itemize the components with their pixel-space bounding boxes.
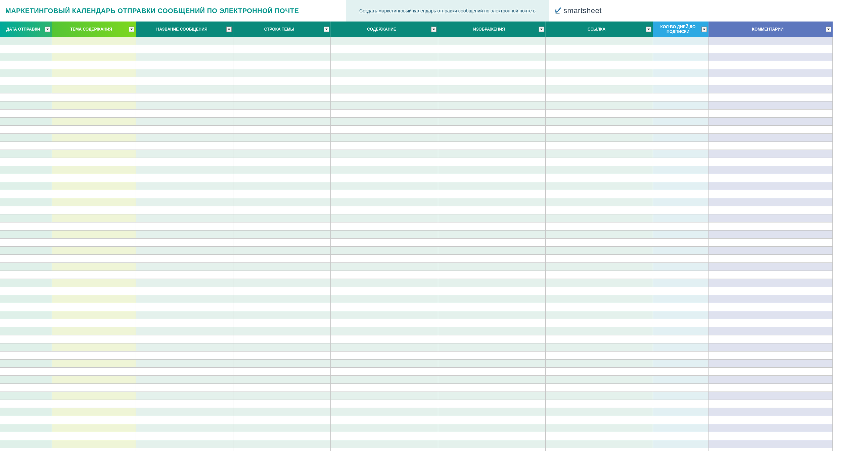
cell[interactable]: [546, 392, 653, 400]
cell[interactable]: [546, 142, 653, 150]
cell[interactable]: [0, 118, 52, 126]
cell[interactable]: [653, 110, 709, 118]
cell[interactable]: [52, 400, 136, 408]
cell[interactable]: [709, 198, 833, 206]
cell[interactable]: [234, 158, 331, 166]
cell[interactable]: [709, 343, 833, 351]
cell[interactable]: [653, 384, 709, 392]
cell[interactable]: [331, 263, 438, 271]
cell[interactable]: [0, 432, 52, 440]
cell[interactable]: [546, 303, 653, 311]
cell[interactable]: [136, 215, 234, 223]
cell[interactable]: [331, 110, 438, 118]
cell[interactable]: [438, 303, 546, 311]
cell[interactable]: [136, 77, 234, 85]
cell[interactable]: [234, 295, 331, 303]
cell[interactable]: [331, 158, 438, 166]
cell[interactable]: [234, 287, 331, 295]
cell[interactable]: [653, 327, 709, 335]
cell[interactable]: [653, 126, 709, 134]
cell[interactable]: [136, 448, 234, 451]
cell[interactable]: [438, 400, 546, 408]
cell[interactable]: [0, 102, 52, 110]
cell[interactable]: [438, 287, 546, 295]
cell[interactable]: [331, 238, 438, 247]
cell[interactable]: [0, 61, 52, 69]
cell[interactable]: [136, 360, 234, 368]
cell[interactable]: [234, 37, 331, 45]
cell[interactable]: [709, 351, 833, 360]
cell[interactable]: [709, 416, 833, 424]
cell[interactable]: [546, 190, 653, 198]
cell[interactable]: [331, 424, 438, 432]
cell[interactable]: [653, 392, 709, 400]
cell[interactable]: [0, 295, 52, 303]
cell[interactable]: [331, 142, 438, 150]
cell[interactable]: [0, 230, 52, 238]
cell[interactable]: [438, 271, 546, 279]
cell[interactable]: [234, 384, 331, 392]
cell[interactable]: [438, 134, 546, 142]
cell[interactable]: [709, 215, 833, 223]
cell[interactable]: [0, 416, 52, 424]
cell[interactable]: [0, 287, 52, 295]
cell[interactable]: [331, 448, 438, 451]
cell[interactable]: [331, 400, 438, 408]
cell[interactable]: [234, 327, 331, 335]
spreadsheet-grid[interactable]: ДАТА ОТПРАВКИТЕМА СОДЕРЖАНИЯНАЗВАНИЕ СОО…: [0, 22, 868, 451]
cell[interactable]: [234, 368, 331, 376]
cell[interactable]: [52, 432, 136, 440]
cell[interactable]: [136, 85, 234, 93]
cell[interactable]: [0, 424, 52, 432]
cell[interactable]: [52, 360, 136, 368]
cell[interactable]: [331, 93, 438, 102]
cell[interactable]: [653, 247, 709, 255]
cell[interactable]: [136, 424, 234, 432]
cell[interactable]: [331, 190, 438, 198]
cell[interactable]: [136, 223, 234, 230]
cell[interactable]: [52, 158, 136, 166]
cell[interactable]: [52, 255, 136, 263]
cell[interactable]: [52, 142, 136, 150]
cell[interactable]: [331, 61, 438, 69]
cell[interactable]: [136, 303, 234, 311]
cell[interactable]: [234, 93, 331, 102]
filter-dropdown-icon[interactable]: [129, 27, 134, 32]
cell[interactable]: [438, 448, 546, 451]
cell[interactable]: [709, 61, 833, 69]
cell[interactable]: [438, 206, 546, 215]
column-header-0[interactable]: ДАТА ОТПРАВКИ: [0, 22, 52, 37]
cell[interactable]: [653, 279, 709, 287]
cell[interactable]: [546, 448, 653, 451]
cell[interactable]: [546, 134, 653, 142]
cell[interactable]: [234, 400, 331, 408]
cell[interactable]: [52, 448, 136, 451]
cell[interactable]: [52, 295, 136, 303]
cell[interactable]: [653, 255, 709, 263]
cell[interactable]: [136, 206, 234, 215]
cell[interactable]: [234, 392, 331, 400]
cell[interactable]: [52, 126, 136, 134]
cell[interactable]: [709, 238, 833, 247]
cell[interactable]: [653, 368, 709, 376]
cell[interactable]: [331, 295, 438, 303]
cell[interactable]: [0, 182, 52, 190]
cell[interactable]: [52, 174, 136, 182]
cell[interactable]: [438, 45, 546, 53]
cell[interactable]: [52, 166, 136, 174]
cell[interactable]: [331, 392, 438, 400]
cell[interactable]: [438, 198, 546, 206]
cell[interactable]: [438, 327, 546, 335]
cell[interactable]: [331, 247, 438, 255]
cell[interactable]: [709, 247, 833, 255]
cell[interactable]: [234, 182, 331, 190]
cell[interactable]: [234, 206, 331, 215]
cell[interactable]: [709, 126, 833, 134]
cell[interactable]: [438, 392, 546, 400]
cell[interactable]: [709, 424, 833, 432]
cell[interactable]: [52, 190, 136, 198]
cell[interactable]: [438, 150, 546, 158]
cell[interactable]: [709, 279, 833, 287]
cell[interactable]: [546, 335, 653, 343]
cell[interactable]: [653, 134, 709, 142]
